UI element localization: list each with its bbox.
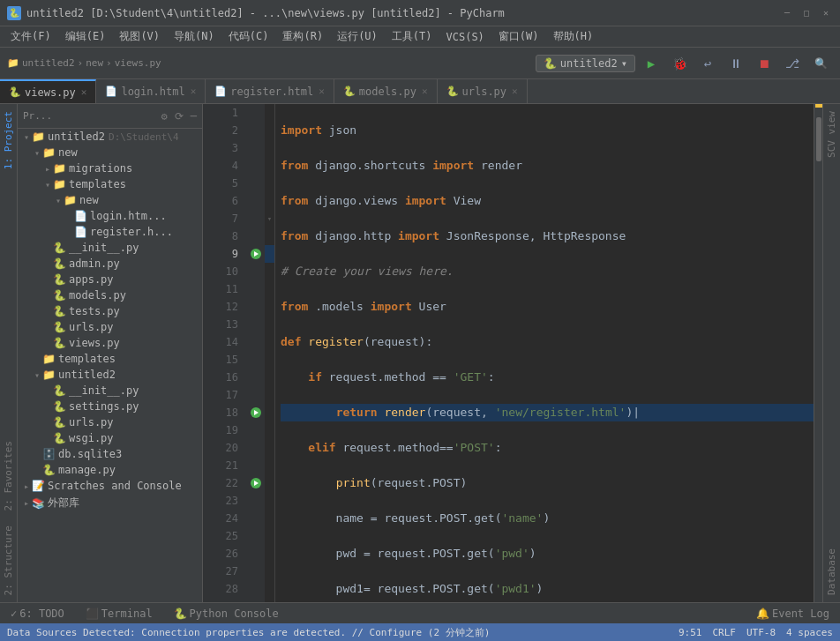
project-selector[interactable]: 🐍 untitled2 ▾	[536, 55, 635, 72]
python-icon2: 🐍	[53, 257, 66, 270]
tab-register-html[interactable]: 📄 register.html ✕	[206, 79, 334, 103]
breadcrumb-file: untitled2	[22, 57, 75, 69]
item-label: templates	[69, 178, 126, 190]
menu-run[interactable]: 运行(U)	[330, 27, 385, 46]
sidebar-label-project[interactable]: 1: Project	[1, 104, 16, 176]
tree-item-apps-py[interactable]: 🐍 apps.py	[18, 272, 202, 287]
sidebar-sync-icon[interactable]: ⟳	[175, 110, 184, 123]
menu-edit[interactable]: 编辑(E)	[58, 27, 113, 46]
code-line-12: name = request.POST.get('name')	[281, 510, 814, 527]
tree-item-register-html[interactable]: 📄 register.h...	[18, 224, 202, 240]
item-label: tests.py	[69, 305, 120, 317]
menu-tools[interactable]: 工具(T)	[385, 27, 439, 46]
db-icon: 🗄️	[42, 448, 56, 460]
item-label: __init__.py	[69, 242, 139, 254]
item-label: __init__.py	[69, 384, 139, 397]
tree-item-db-sqlite3[interactable]: 🗄️ db.sqlite3	[18, 446, 202, 462]
python-icon8: 🐍	[53, 384, 66, 397]
window-controls[interactable]: ─ □ ✕	[780, 6, 833, 20]
scroll-indicator[interactable]	[814, 104, 822, 602]
menu-window[interactable]: 窗口(W)	[491, 27, 546, 46]
tree-item-views-py[interactable]: 🐍 views.py	[18, 335, 202, 351]
tree-item-templates-root[interactable]: 📁 templates	[18, 351, 202, 367]
menu-file[interactable]: 文件(F)	[4, 27, 58, 46]
tree-item-login-html[interactable]: 📄 login.htm...	[18, 208, 202, 224]
tab-close-icon[interactable]: ✕	[81, 86, 87, 98]
tree-item-new-templates[interactable]: ▾ 📁 new	[18, 192, 202, 208]
search-button[interactable]: 🔍	[808, 51, 833, 76]
stop-button[interactable]: ⏹	[752, 51, 776, 76]
tree-item-wsgi-py[interactable]: 🐍 wsgi.py	[18, 430, 202, 446]
tab-views-py[interactable]: 🐍 views.py ✕	[0, 79, 96, 103]
sidebar-label-favorites[interactable]: 2: Favorites	[1, 434, 16, 518]
item-label: untitled2	[48, 130, 105, 143]
menu-refactor[interactable]: 重构(R)	[275, 27, 330, 46]
tab-terminal[interactable]: ⬛ Terminal	[79, 606, 160, 622]
arrow-icon: ▸	[42, 164, 53, 174]
sidebar-label-structure[interactable]: 2: Structure	[1, 518, 16, 602]
minimize-button[interactable]: ─	[780, 6, 794, 20]
tree-item-tests-py[interactable]: 🐍 tests.py	[18, 303, 202, 319]
scrollbar-thumb[interactable]	[816, 117, 821, 161]
tree-item-init-py[interactable]: 🐍 __init__.py	[18, 240, 202, 256]
git-button[interactable]: ⎇	[780, 51, 805, 76]
tree-item-new[interactable]: ▾ 📁 new	[18, 145, 202, 160]
tree-item-untitled2[interactable]: ▾ 📁 untitled2	[18, 367, 202, 383]
item-label: views.py	[69, 337, 120, 349]
tab-python-console[interactable]: 🐍 Python Console	[167, 606, 286, 622]
tab-event-log[interactable]: 🔔 Event Log	[749, 606, 836, 622]
tree-item-admin-py[interactable]: 🐍 admin.py	[18, 256, 202, 272]
menu-vcs[interactable]: VCS(S)	[439, 29, 491, 45]
menu-navigate[interactable]: 导航(N)	[167, 27, 221, 46]
sidebar-gear-icon[interactable]: ⚙	[161, 110, 168, 123]
folder-icon: 📁	[42, 146, 56, 159]
right-label-scvview[interactable]: SCV view	[824, 104, 839, 165]
item-label: Scratches and Console	[48, 480, 182, 492]
menu-code[interactable]: 代码(C)	[221, 27, 276, 46]
right-label-database[interactable]: Database	[824, 541, 839, 602]
menu-help[interactable]: 帮助(H)	[546, 27, 601, 46]
status-indent[interactable]: 4 spaces	[786, 627, 833, 638]
tab-close-icon[interactable]: ✕	[191, 86, 197, 97]
menu-view[interactable]: 视图(V)	[112, 27, 167, 46]
run-button[interactable]: ▶	[639, 51, 664, 76]
tab-close-icon[interactable]: ✕	[422, 86, 428, 97]
tree-item-urls2[interactable]: 🐍 urls.py	[18, 414, 202, 430]
code-editor[interactable]: import json from django.shortcuts import…	[275, 104, 814, 602]
tab-close-icon[interactable]: ✕	[319, 86, 325, 97]
code-line-7: def register(request):	[281, 333, 814, 351]
close-button[interactable]: ✕	[819, 6, 833, 20]
tree-item-scratches[interactable]: ▸ 📝 Scratches and Console	[18, 478, 202, 494]
status-charset[interactable]: UTF-8	[746, 627, 776, 638]
tab-todo[interactable]: ✓ 6: TODO	[4, 606, 71, 622]
tree-item-external-libs[interactable]: ▸ 📚 外部库	[18, 494, 202, 512]
tab-login-html[interactable]: 📄 login.html ✕	[96, 79, 206, 103]
tab-urls-py[interactable]: 🐍 urls.py ✕	[438, 79, 528, 103]
tab-models-py[interactable]: 🐍 models.py ✕	[334, 79, 438, 103]
debug-button[interactable]: 🐞	[667, 51, 692, 76]
tree-item-templates[interactable]: ▾ 📁 templates	[18, 176, 202, 192]
status-position[interactable]: 9:51	[679, 627, 702, 638]
sidebar-collapse-icon[interactable]: ─	[191, 110, 197, 123]
tree-item-manage-py[interactable]: 🐍 manage.py	[18, 462, 202, 478]
editor-content[interactable]: 12345 678910 1112131415 1617181920 21222…	[203, 104, 822, 602]
rerun-button[interactable]: ↩	[695, 51, 720, 76]
item-label: urls.py	[69, 321, 114, 333]
item-label: settings.py	[69, 400, 139, 413]
lib-icon: 📚	[32, 497, 45, 510]
pause-button[interactable]: ⏸	[724, 51, 748, 76]
tab-label: login.html	[121, 86, 184, 98]
tree-item-migrations[interactable]: ▸ 📁 migrations	[18, 160, 202, 176]
maximize-button[interactable]: □	[799, 6, 814, 20]
tree-item-init2[interactable]: 🐍 __init__.py	[18, 383, 202, 399]
tree-item-urls-py[interactable]: 🐍 urls.py	[18, 319, 202, 335]
tree-item-settings-py[interactable]: 🐍 settings.py	[18, 399, 202, 414]
item-label: new	[79, 194, 99, 206]
status-crlf[interactable]: CRLF	[712, 627, 736, 638]
tab-close-icon[interactable]: ✕	[512, 86, 518, 97]
html-file-icon: 📄	[105, 86, 117, 97]
exec-marker	[251, 249, 261, 259]
tree-item-models-py[interactable]: 🐍 models.py	[18, 287, 202, 303]
tree-item-untitled2-root[interactable]: ▾ 📁 untitled2 D:\Student\4	[18, 129, 202, 145]
scratches-icon: 📝	[32, 480, 45, 492]
